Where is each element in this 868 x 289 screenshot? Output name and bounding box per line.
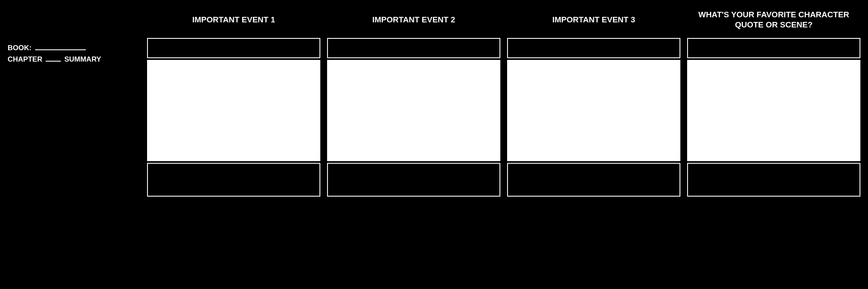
- column-1-header: IMPORTANT EVENT 1: [147, 4, 320, 38]
- chapter-underline-line: [46, 61, 61, 62]
- chapter-line: CHAPTER SUMMARY: [8, 54, 101, 65]
- book-info: BOOK: CHAPTER SUMMARY: [8, 42, 101, 65]
- column-1-cell-bottom[interactable]: [147, 163, 320, 197]
- column-2: IMPORTANT EVENT 2: [324, 4, 504, 197]
- column-4-cell-top[interactable]: [687, 38, 860, 58]
- column-1-cell-top[interactable]: [147, 38, 320, 58]
- column-4: WHAT'S YOUR FAVORITE CHARACTER QUOTE OR …: [684, 4, 864, 197]
- column-2-cell-large[interactable]: [327, 60, 500, 161]
- column-3-header-text: IMPORTANT EVENT 3: [552, 15, 635, 25]
- column-4-header-text: WHAT'S YOUR FAVORITE CHARACTER QUOTE OR …: [691, 10, 856, 30]
- column-3-cell-bottom[interactable]: [507, 163, 680, 197]
- column-2-header-text: IMPORTANT EVENT 2: [372, 15, 455, 25]
- column-3: IMPORTANT EVENT 3: [504, 4, 684, 197]
- column-1-cell-large[interactable]: [147, 60, 320, 161]
- column-1-header-text: IMPORTANT EVENT 1: [192, 15, 275, 25]
- column-3-header: IMPORTANT EVENT 3: [507, 4, 680, 38]
- column-3-cell-large[interactable]: [507, 60, 680, 161]
- column-4-cell-bottom[interactable]: [687, 163, 860, 197]
- column-2-header: IMPORTANT EVENT 2: [327, 4, 500, 38]
- columns-area: IMPORTANT EVENT 1 IMPORTANT EVENT 2 IMPO…: [139, 4, 868, 285]
- left-panel: BOOK: CHAPTER SUMMARY: [0, 4, 139, 285]
- book-line: BOOK:: [8, 42, 101, 54]
- column-4-header: WHAT'S YOUR FAVORITE CHARACTER QUOTE OR …: [687, 4, 860, 38]
- column-1: IMPORTANT EVENT 1: [144, 4, 324, 197]
- column-2-cell-bottom[interactable]: [327, 163, 500, 197]
- book-label: BOOK:: [8, 42, 32, 54]
- column-2-cell-top[interactable]: [327, 38, 500, 58]
- column-3-cell-top[interactable]: [507, 38, 680, 58]
- chapter-label: CHAPTER: [8, 54, 42, 65]
- page-container: BOOK: CHAPTER SUMMARY IMPORTANT EVENT 1 …: [0, 0, 868, 289]
- book-underline-line: [35, 49, 86, 50]
- column-4-cell-large[interactable]: [687, 60, 860, 161]
- summary-label: SUMMARY: [64, 54, 101, 65]
